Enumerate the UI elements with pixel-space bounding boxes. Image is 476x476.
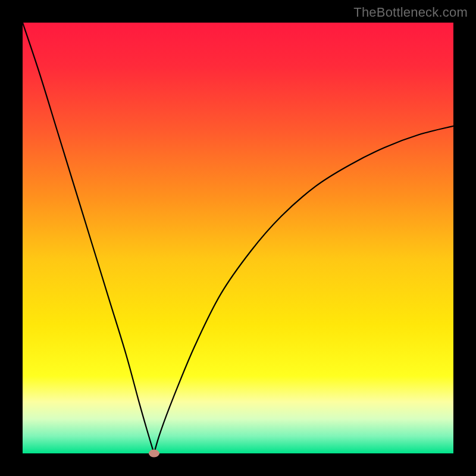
vertex-marker [149,450,159,458]
bottleneck-curve [23,23,453,453]
watermark-text: TheBottleneck.com [353,5,468,20]
chart-frame: TheBottleneck.com [0,0,476,476]
curve-right-segment [154,126,453,453]
plot-area [23,23,453,453]
curve-left-segment [23,23,154,453]
